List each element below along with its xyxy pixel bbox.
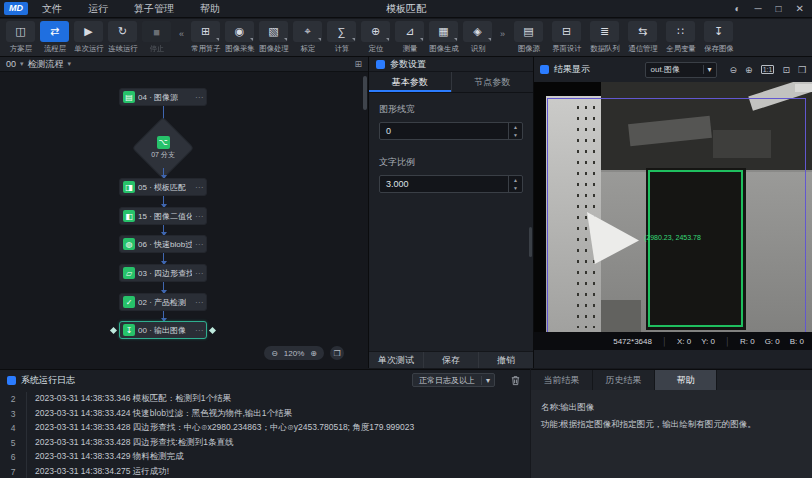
tab-help[interactable]: 帮助 <box>655 370 717 390</box>
bottom-tabs-panel: 当前结果 历史结果 帮助 名称:输出图像 功能:根据指定图像和指定图元，输出绘制… <box>531 369 812 478</box>
log-rows[interactable]: 2 2023-03-31 14:38:33.346 模板匹配：检测到1个结果 3… <box>0 392 530 478</box>
grid-view-icon[interactable]: ⊞ <box>354 59 362 69</box>
roi-outline <box>547 98 806 342</box>
close-icon[interactable]: ✕ <box>796 3 804 14</box>
continuous-run-button[interactable]: ↻ 连续运行 <box>106 21 139 54</box>
flow-node-template-match[interactable]: ◨ 05 · 模板匹配 ⋯ <box>119 178 207 196</box>
flow-node-quad-find[interactable]: ▱ 03 · 四边形查找 ⋯ <box>119 264 207 282</box>
flow-connector <box>163 196 164 207</box>
window-controls: ◐ ─ □ ✕ <box>734 3 812 14</box>
more-icon[interactable]: ⋯ <box>195 269 203 278</box>
more-icon[interactable]: ⋯ <box>195 240 203 249</box>
menu-file[interactable]: 文件 <box>42 2 62 16</box>
zoom-in-icon[interactable]: ⊕ <box>310 349 317 358</box>
single-run-button[interactable]: ▶ 单次运行 <box>72 21 105 54</box>
recognition-icon: ◈ <box>473 25 481 38</box>
one-to-one-icon[interactable]: 1:1 <box>761 65 775 74</box>
image-acquire-button[interactable]: ◉ 图像采集 <box>223 21 256 54</box>
flow-zoom-level: 120% <box>284 349 304 358</box>
undo-button[interactable]: 撤销 <box>478 352 533 368</box>
log-level-select[interactable]: 正常日志及以上 ▾ <box>412 373 495 387</box>
more-icon[interactable]: ⋯ <box>195 93 203 102</box>
line-width-input[interactable]: 0 ▲ ▼ <box>379 122 523 140</box>
more-icon[interactable]: ⋯ <box>195 183 203 192</box>
scheme-layer-icon: ◫ <box>15 25 25 38</box>
image-process-icon: ▧ <box>268 25 278 38</box>
collapse-right-icon[interactable]: » <box>500 29 505 39</box>
camera-image-viewport[interactable]: (2980.23, 2453.78 5472*3648 │ X: 0 Y: 0 … <box>534 82 812 350</box>
flow-layer-button[interactable]: ⇄ 流程层 <box>38 21 71 54</box>
tab-history-result[interactable]: 历史结果 <box>593 370 655 390</box>
collapse-left-icon[interactable]: « <box>179 29 184 39</box>
text-scale-input[interactable]: 3.000 ▲ ▼ <box>379 175 523 193</box>
single-run-icon: ▶ <box>84 25 92 38</box>
maximize-icon[interactable]: □ <box>776 3 782 14</box>
chevron-down-icon[interactable]: ▾ <box>20 60 24 68</box>
more-icon[interactable]: ⋯ <box>195 212 203 221</box>
comm-manage-button[interactable]: ⇆ 通信管理 <box>624 21 661 54</box>
log-title: 系统运行日志 <box>21 374 75 387</box>
flow-title[interactable]: 检测流程 <box>28 58 64 71</box>
flow-node-branch[interactable]: ⌥ 07 分支 <box>141 126 185 170</box>
menu-operator-manage[interactable]: 算子管理 <box>134 2 174 16</box>
spin-up-icon[interactable]: ▲ <box>509 123 522 131</box>
fit-view-icon[interactable]: ❒ <box>330 346 344 360</box>
tab-node-params[interactable]: 节点参数 <box>451 72 534 92</box>
recognition-button[interactable]: ◈ 识别 <box>461 21 494 54</box>
locate-button[interactable]: ⊕ 定位 <box>359 21 392 54</box>
tab-basic-params[interactable]: 基本参数 <box>369 72 451 92</box>
line-width-stepper[interactable]: ▲ ▼ <box>508 123 522 139</box>
flow-scrollbar[interactable] <box>363 76 367 110</box>
fit-image-icon[interactable]: ⊡ <box>782 65 790 75</box>
flow-node-output-image[interactable]: ↧ 00 · 输出图像 ⋯ <box>119 321 207 339</box>
flow-node-product-check[interactable]: ✓ 02 · 产品检测 ⋯ <box>119 293 207 311</box>
result-title: 结果显示 <box>554 63 590 76</box>
flow-node-binarize[interactable]: ◧ 15 · 图像二值化 ⋯ <box>119 207 207 225</box>
minimize-icon[interactable]: ─ <box>754 3 761 14</box>
spin-down-icon[interactable]: ▼ <box>509 131 522 139</box>
measure-button[interactable]: ⊿ 测量 <box>393 21 426 54</box>
save-button[interactable]: 保存 <box>423 352 478 368</box>
tab-current-result[interactable]: 当前结果 <box>531 370 593 390</box>
main-toolbar: ◫ 方案层 ⇄ 流程层 ▶ 单次运行 ↻ 连续运行 ■ 停止 « ⊞ 常用算子 … <box>0 19 812 57</box>
ui-design-button[interactable]: ⊟ 界面设计 <box>548 21 585 54</box>
global-var-button[interactable]: ∷ 全局变量 <box>662 21 699 54</box>
more-icon[interactable]: ⋯ <box>195 326 203 335</box>
menu-run[interactable]: 运行 <box>88 2 108 16</box>
flow-canvas[interactable]: ▤ 04 · 图像源 ⋯ ⌥ 07 分支 ◨ 05 · 模板匹配 ⋯ ◧ <box>0 72 368 368</box>
comm-manage-icon: ⇆ <box>638 25 647 38</box>
theme-icon[interactable]: ◐ <box>734 3 740 14</box>
active-tab-underline <box>369 90 451 92</box>
image-process-button[interactable]: ▧ 图像处理 <box>257 21 290 54</box>
product-check-node-icon: ✓ <box>123 296 135 308</box>
common-operators-button[interactable]: ⊞ 常用算子 <box>189 21 222 54</box>
single-test-button[interactable]: 单次测试 <box>369 352 423 368</box>
scheme-layer-button[interactable]: ◫ 方案层 <box>4 21 37 54</box>
zoom-out-icon[interactable]: ⊖ <box>271 349 278 358</box>
more-icon[interactable]: ⋯ <box>195 298 203 307</box>
flow-node-blob-filter[interactable]: ◍ 06 · 快速blob过滤 ⋯ <box>119 235 207 253</box>
flow-node-image-source[interactable]: ▤ 04 · 图像源 ⋯ <box>119 88 207 106</box>
chevron-down-icon: ▾ <box>481 376 494 385</box>
spin-down-icon[interactable]: ▼ <box>509 184 522 192</box>
ui-design-icon: ⊟ <box>562 25 571 38</box>
zoom-out-icon[interactable]: ⊖ <box>730 65 738 75</box>
data-queue-button[interactable]: ≣ 数据队列 <box>586 21 623 54</box>
calculate-button[interactable]: ∑ 计算 <box>325 21 358 54</box>
output-select[interactable]: out.图像 ▾ <box>645 62 717 78</box>
fullscreen-icon[interactable]: ❒ <box>798 65 806 75</box>
menu-help[interactable]: 帮助 <box>200 2 220 16</box>
chevron-down-icon[interactable]: ▾ <box>68 60 72 68</box>
zoom-in-icon[interactable]: ⊕ <box>745 65 753 75</box>
clear-log-button[interactable] <box>508 373 523 388</box>
param-scrollbar[interactable] <box>529 227 532 257</box>
calibration-button[interactable]: ⌖ 标定 <box>291 21 324 54</box>
image-source-button[interactable]: ▤ 图像源 <box>510 21 547 54</box>
save-image-button[interactable]: ↧ 保存图像 <box>700 21 737 54</box>
image-statusbar: 5472*3648 │ X: 0 Y: 0 │ R: 0 G: 0 B: 0 <box>534 332 812 350</box>
image-view-tools: ⊖ ⊕ 1:1 ⊡ ❒ <box>730 65 806 75</box>
flow-index[interactable]: 00 <box>6 59 16 69</box>
image-generate-button[interactable]: ▦ 图像生成 <box>427 21 460 54</box>
text-scale-stepper[interactable]: ▲ ▼ <box>508 176 522 192</box>
spin-up-icon[interactable]: ▲ <box>509 176 522 184</box>
